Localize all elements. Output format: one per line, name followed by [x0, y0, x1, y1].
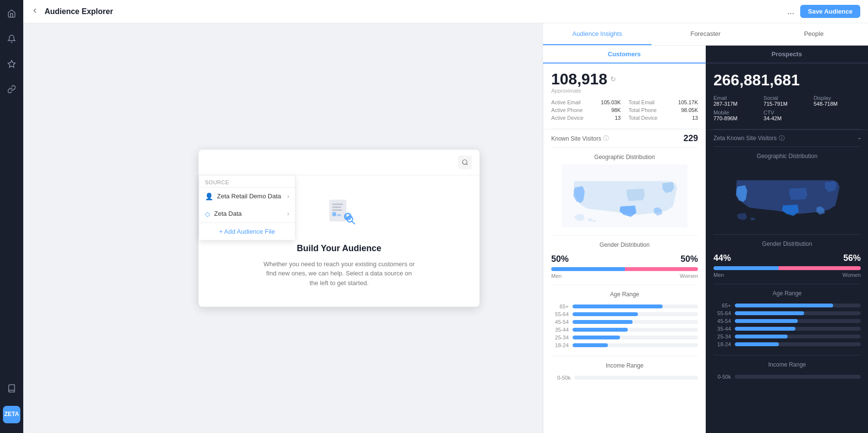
age-row-35-44: 35-44: [551, 327, 698, 333]
zeta-logo: ZETA: [3, 406, 20, 423]
gender-percents: 50% 50%: [551, 254, 698, 264]
stat-row-total-device: Total Device 13: [629, 115, 698, 121]
topbar-actions: ... Save Audience: [787, 5, 860, 18]
zeta-arrow-icon: ›: [287, 210, 289, 217]
gender-bar: [551, 267, 698, 271]
info-icon: ⓘ: [603, 134, 609, 143]
svg-line-12: [352, 221, 355, 224]
customers-age-block: 65+ 55-64 45-54 35-44: [543, 300, 706, 356]
source-panel: Source 👤 Zeta Retail Demo Data › ◇ Zeta …: [199, 149, 480, 307]
content-area: Source 👤 Zeta Retail Demo Data › ◇ Zeta …: [23, 23, 868, 433]
prospect-social: Social 715-791M: [763, 95, 810, 107]
prospects-men-label: Men: [713, 272, 724, 278]
customers-stat-block: 108,918 ↻ Approximate Active Email 105.0…: [543, 64, 706, 128]
source-item-retail[interactable]: 👤 Zeta Retail Demo Data ›: [199, 187, 295, 205]
prospect-email: Email 287-317M: [713, 95, 760, 107]
prospects-men-pct: 44%: [713, 253, 731, 263]
prospects-visitors-label: Zeta Known Site Visitors ⓘ: [713, 134, 785, 143]
prospects-women-pct: 56%: [843, 253, 861, 263]
age-row-25-34: 25-34: [551, 335, 698, 340]
customers-map: [543, 162, 706, 235]
prospects-women-label: Women: [842, 272, 861, 278]
stat-row-total-phone: Total Phone 98.05K: [629, 107, 698, 113]
search-input[interactable]: [206, 158, 454, 166]
tab-customers[interactable]: Customers: [543, 46, 706, 64]
main-container: Audience Explorer ... Save Audience: [23, 0, 868, 433]
tab-prospects[interactable]: Prospects: [706, 46, 868, 64]
workspace-inner: Source 👤 Zeta Retail Demo Data › ◇ Zeta …: [23, 23, 542, 433]
prospects-age-row-45-54: 45-54: [713, 318, 861, 324]
gender-labels: Men Women: [551, 273, 698, 279]
search-button[interactable]: [458, 155, 472, 169]
save-audience-button[interactable]: Save Audience: [800, 5, 860, 18]
income-row-0-50k: 0-50k: [551, 375, 698, 381]
customers-number: 108,918: [551, 71, 607, 87]
tab-forecaster[interactable]: Forecaster: [651, 23, 760, 45]
left-tabs: Audience Insights Forecaster People: [543, 23, 868, 45]
sidebar: ZETA: [0, 0, 23, 433]
retail-arrow-icon: ›: [287, 192, 289, 199]
prospects-age-row-65plus: 65+: [713, 303, 861, 308]
prospects-income-block: 0-50k: [706, 370, 868, 387]
sidebar-icon-link[interactable]: [4, 81, 19, 97]
svg-point-17: [750, 218, 755, 220]
svg-rect-5: [332, 206, 341, 208]
svg-line-2: [466, 163, 468, 165]
workspace: Source 👤 Zeta Retail Demo Data › ◇ Zeta …: [23, 23, 542, 433]
page-title: Audience Explorer: [45, 7, 781, 16]
known-visitors-label: Known Site Visitors ⓘ: [551, 134, 609, 143]
customers-age-label: Age Range: [543, 285, 706, 300]
back-button[interactable]: [31, 7, 39, 16]
stat-row-active-device: Active Device 13: [551, 115, 621, 121]
top-tabs-row: Audience Insights Forecaster People: [542, 23, 868, 46]
prospects-age-label: Age Range: [706, 284, 868, 299]
svg-marker-0: [8, 61, 16, 67]
age-row-45-54: 45-54: [551, 319, 698, 325]
women-pct: 50%: [681, 254, 698, 264]
stat-row-total-email: Total Email 105.17K: [629, 99, 698, 105]
age-row-65plus: 65+: [551, 304, 698, 309]
prospects-gender-block: 44% 56% Men Women: [706, 249, 868, 284]
prospects-gender-percents: 44% 56%: [713, 253, 861, 263]
prospects-gender-labels: Men Women: [713, 272, 861, 278]
zeta-icon: ◇: [205, 209, 210, 217]
sidebar-icon-home[interactable]: [4, 6, 19, 21]
prospects-visitors-value: -: [858, 134, 861, 143]
source-dropdown: Source 👤 Zeta Retail Demo Data › ◇ Zeta …: [199, 175, 295, 240]
refresh-icon[interactable]: ↻: [610, 75, 616, 83]
add-audience-file-button[interactable]: + Add Audience File: [199, 222, 295, 240]
prospects-gender-men-bar: [713, 266, 778, 270]
customers-stats-rows: Active Email 105.03K Total Email 105.17K…: [551, 99, 698, 121]
prospects-rows: Email 287-317M Social 715-791M Display 5…: [713, 95, 861, 121]
customers-approx: Approximate: [551, 88, 698, 94]
info-icon-dark: ⓘ: [779, 134, 785, 143]
tab-people[interactable]: People: [760, 23, 868, 45]
sidebar-icon-notifications[interactable]: [4, 31, 19, 47]
customers-income-label: Income Range: [543, 356, 706, 371]
svg-point-14: [588, 219, 592, 221]
more-options-button[interactable]: ...: [787, 6, 794, 16]
sidebar-icon-sparkle[interactable]: [4, 56, 19, 72]
prospects-map: [706, 161, 868, 234]
prospects-income-label: Income Range: [706, 355, 868, 370]
known-visitors-value: 229: [683, 133, 698, 144]
customers-panel: 108,918 ↻ Approximate Active Email 105.0…: [543, 64, 706, 433]
prospects-income-row-0-50k: 0-50k: [713, 374, 861, 380]
age-row-55-64: 55-64: [551, 311, 698, 317]
customers-geo-label: Geographic Distribution: [543, 148, 706, 162]
search-bar: [199, 149, 480, 175]
sidebar-icon-book[interactable]: [4, 381, 19, 396]
gender-women-bar: [625, 267, 698, 271]
retail-icon: 👤: [205, 192, 213, 200]
prospects-age-row-25-34: 25-34: [713, 334, 861, 339]
prospects-number: 266,881,681: [713, 71, 861, 89]
source-item-zeta[interactable]: ◇ Zeta Data ›: [199, 205, 295, 222]
prospects-panel: 266,881,681 Email 287-317M Social 715-79…: [706, 64, 868, 433]
retail-label: Zeta Retail Demo Data: [217, 192, 283, 200]
right-panels-wrapper: Audience Insights Forecaster People Cust…: [542, 23, 868, 433]
prospect-display: Display 548-718M: [814, 95, 861, 107]
customers-income-block: 0-50k: [543, 371, 706, 388]
panels-content: 108,918 ↻ Approximate Active Email 105.0…: [542, 64, 868, 433]
tab-audience-insights[interactable]: Audience Insights: [543, 23, 651, 45]
panel-tabs-row: Customers Prospects: [542, 46, 868, 64]
